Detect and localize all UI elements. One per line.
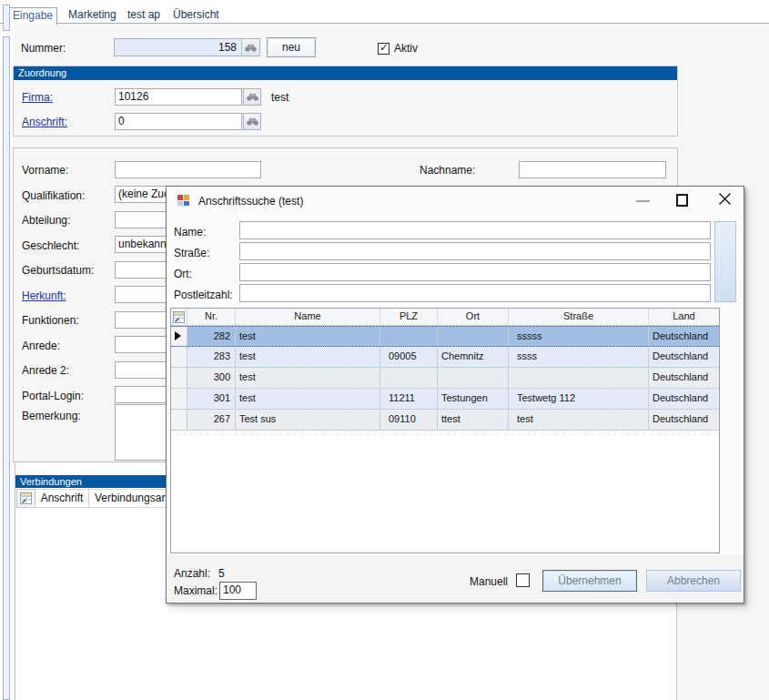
cell-nr: 282 [187, 327, 236, 346]
row-marker-cell [171, 368, 187, 388]
check-icon: ✓ [379, 41, 389, 54]
tab-marketing[interactable]: Marketing [68, 8, 116, 21]
geschlecht-label: Geschlecht: [22, 239, 79, 252]
grid-header-row: Nr. Name PLZ Ort Straße Land [171, 309, 719, 326]
tab-test-ap[interactable]: test ap [127, 8, 160, 21]
maximize-icon[interactable] [676, 194, 688, 207]
grid-icon [20, 492, 32, 504]
grid-col-plz[interactable]: PLZ [380, 309, 438, 325]
row-marker-cell [171, 410, 187, 430]
cell-name: test [236, 368, 380, 388]
cell-ort [438, 368, 509, 388]
funktionen-label: Funktionen: [22, 314, 79, 327]
grid-col-land[interactable]: Land [649, 309, 719, 325]
cell-strasse: sssss [509, 327, 649, 346]
name-input[interactable] [239, 221, 711, 239]
cell-strasse: ssss [509, 347, 649, 367]
postleitzahl-label: Postleitzahl: [174, 289, 233, 301]
cell-strasse: test [509, 410, 649, 430]
neu-button[interactable]: neu [267, 37, 316, 57]
vorname-label: Vorname: [22, 164, 68, 177]
anrede-label: Anrede: [22, 340, 60, 352]
fields-scrollbar[interactable] [714, 221, 736, 302]
cell-plz: 09110 [380, 410, 438, 430]
anrede2-label: Anrede 2: [22, 364, 69, 377]
cell-name: Test sus [236, 410, 380, 430]
vorname-input[interactable] [115, 161, 261, 178]
firma-link[interactable]: Firma: [22, 91, 53, 104]
firma-search-button[interactable] [243, 88, 261, 106]
name-label: Name: [174, 226, 206, 238]
portal-login-label: Portal-Login: [22, 390, 84, 402]
grid-col-ort[interactable]: Ort [438, 309, 509, 325]
cell-nr: 300 [187, 368, 236, 388]
postleitzahl-input[interactable] [239, 284, 711, 302]
cell-ort: ttest [438, 410, 509, 430]
nachname-input[interactable] [519, 161, 666, 178]
abteilung-label: Abteilung: [22, 214, 70, 227]
binoculars-icon [245, 44, 257, 52]
maximal-label: Maximal: [174, 584, 218, 597]
cell-land: Deutschland [649, 368, 719, 388]
herkunft-link[interactable]: Herkunft: [22, 289, 66, 302]
cell-land: Deutschland [649, 347, 719, 367]
nummer-field[interactable]: 158 [114, 38, 260, 56]
anzahl-value: 5 [218, 567, 225, 580]
dialog-form-icon [177, 193, 191, 208]
aktiv-label: Aktiv [394, 42, 418, 55]
uebernehmen-button[interactable]: Übernehmen [542, 570, 637, 592]
firma-input[interactable]: 10126 [115, 88, 242, 106]
zuordnung-panel: Zuordnung Firma: 10126 test Anschrift: 0 [13, 66, 678, 137]
close-icon[interactable] [718, 192, 732, 206]
tab-eingabe[interactable]: Eingabe [8, 7, 57, 25]
nummer-search-button[interactable] [241, 39, 259, 56]
bemerkung-label: Bemerkung: [22, 410, 81, 422]
cell-name: test [236, 347, 380, 367]
manuell-label: Manuell [470, 575, 508, 588]
grid-row[interactable]: 283 test 09005 Chemnitz ssss Deutschland [171, 347, 719, 368]
grid-row[interactable]: 301 test 11211 Testungen Testwetg 112 De… [171, 389, 719, 410]
grid-icon [173, 311, 185, 323]
grid-corner-cell[interactable] [171, 309, 187, 325]
zuordnung-header: Zuordnung [14, 66, 677, 80]
minimize-icon[interactable] [636, 200, 650, 202]
strasse-input[interactable] [239, 242, 711, 260]
maximal-input[interactable]: 100 [219, 582, 257, 600]
ort-input[interactable] [239, 263, 711, 281]
row-marker-cell [171, 327, 187, 346]
cell-nr: 283 [187, 347, 236, 367]
abbrechen-button[interactable]: Abbrechen [646, 570, 741, 592]
grid-row[interactable]: 267 Test sus 09110 ttest test Deutschlan… [171, 410, 719, 431]
cell-ort: Chemnitz [438, 347, 509, 367]
nummer-label: Nummer: [21, 42, 66, 55]
manuell-checkbox[interactable] [516, 573, 530, 587]
cell-nr: 301 [187, 389, 236, 409]
grid-row-selected[interactable]: 282 test sssss Deutschland [171, 326, 719, 347]
grid-col-strasse[interactable]: Straße [509, 309, 649, 325]
verbindungen-col-verbindungsart[interactable]: Verbindungsart [89, 489, 167, 508]
dock-handle-top[interactable] [3, 5, 10, 31]
grid-col-name[interactable]: Name [236, 309, 380, 325]
dock-handle-main[interactable] [3, 36, 10, 700]
nummer-value: 158 [115, 39, 237, 56]
verbindungen-grid-header: Anschrift Verbindungsart [16, 489, 167, 508]
cell-name: test [236, 327, 380, 346]
verbindungen-col-anschrift[interactable]: Anschrift [35, 489, 89, 508]
cell-ort [438, 327, 509, 346]
grid-row[interactable]: 300 test Deutschland [171, 368, 719, 389]
anschrift-link[interactable]: Anschrift: [22, 116, 67, 128]
tab-uebersicht[interactable]: Übersicht [173, 8, 219, 21]
cell-land: Deutschland [649, 389, 719, 409]
binoculars-icon [247, 93, 258, 101]
anschrift-input[interactable]: 0 [115, 113, 242, 130]
aktiv-checkbox[interactable]: ✓ [378, 43, 390, 55]
tab-strip: Marketing test ap Übersicht [0, 0, 769, 24]
cell-nr: 267 [187, 410, 236, 430]
grid-col-nr[interactable]: Nr. [187, 309, 236, 325]
anschrift-search-button[interactable] [243, 113, 261, 130]
strasse-label: Straße: [174, 247, 209, 259]
nachname-label: Nachname: [420, 164, 475, 177]
cell-strasse [509, 368, 649, 388]
cell-plz [380, 327, 438, 346]
verbindungen-grid-corner[interactable] [16, 489, 35, 508]
